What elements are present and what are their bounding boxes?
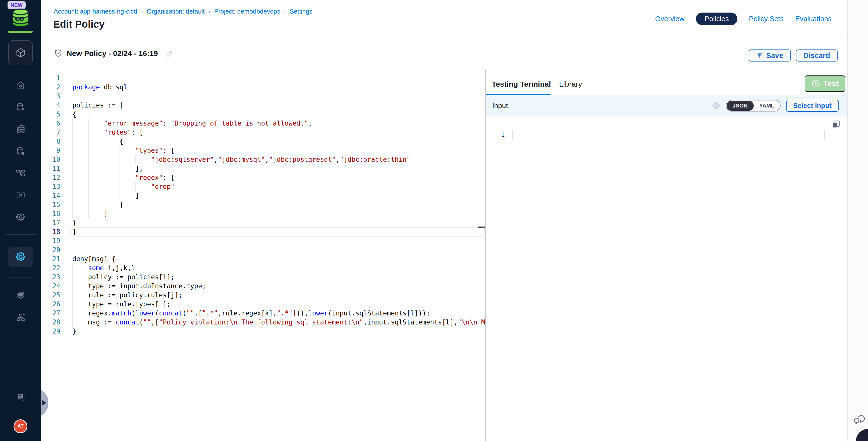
code-line[interactable]: 10 "jdbc:sqlserver","jdbc:mysql","jdbc:p… — [41, 155, 485, 164]
code-line[interactable]: 23 policy := policies[i]; — [41, 273, 485, 282]
code-line[interactable]: 15 } — [41, 200, 485, 209]
code-line[interactable]: 17} — [41, 218, 485, 227]
code-line[interactable]: 16 ] — [41, 209, 485, 218]
format-toggle[interactable]: JSON YAML — [726, 100, 781, 112]
overview-ruler-cursor-mark — [478, 226, 485, 228]
sidebar-item-db-instances[interactable] — [15, 124, 26, 135]
sidebar-item-module-selector[interactable] — [8, 40, 33, 65]
sidebar-item-home[interactable] — [15, 80, 26, 91]
code-line[interactable]: 8 { — [41, 137, 485, 146]
line-number: 12 — [41, 173, 60, 182]
save-button[interactable]: Save — [749, 50, 791, 62]
sidebar-item-db-schemas[interactable] — [15, 146, 26, 156]
line-number: 16 — [41, 209, 60, 218]
harness-db-devops-logo-icon[interactable] — [12, 8, 29, 27]
chat-bubbles-icon[interactable] — [852, 412, 865, 425]
gear-icon — [15, 212, 26, 222]
code-line[interactable]: 1 — [41, 73, 485, 83]
user-avatar[interactable]: AT — [13, 419, 27, 433]
sidebar-divider — [5, 277, 36, 278]
sidebar-item-settings[interactable] — [15, 212, 26, 222]
breadcrumb-account[interactable]: Account: app-harness-ng-cicd — [54, 8, 137, 15]
code-line[interactable]: 24 type := input.dbInstance.type; — [41, 282, 485, 290]
sidebar-item-default-settings[interactable] — [15, 290, 26, 301]
code-line[interactable]: 25 rule := policy.rules[j]; — [41, 290, 485, 300]
layers-gear-icon — [15, 290, 26, 301]
line-number: 22 — [41, 263, 60, 273]
tab-overview[interactable]: Overview — [655, 15, 685, 23]
code-line[interactable]: 6 "error_message": "Dropping of table is… — [41, 119, 485, 128]
tab-policy-sets[interactable]: Policy Sets — [749, 15, 784, 23]
code-line[interactable]: 3 — [41, 92, 485, 101]
text-cursor — [76, 228, 78, 235]
code-line[interactable]: 13 "drop" — [41, 182, 485, 191]
tab-library[interactable]: Library — [559, 80, 582, 88]
editor-workspace: 12package db_sql34policies := [5{6 "erro… — [41, 70, 847, 441]
input-toolbar: Input JSON YAML Select Input — [486, 95, 847, 117]
code-line[interactable]: 5{ — [41, 110, 485, 119]
line-number: 23 — [41, 273, 60, 282]
code-line[interactable]: 20 — [41, 245, 485, 254]
line-number: 6 — [41, 119, 60, 128]
line-number: 1 — [41, 73, 60, 83]
policy-nav-tabs: Overview Policies Policy Sets Evaluation… — [655, 12, 832, 25]
play-circle-icon — [811, 79, 820, 88]
code-line[interactable]: 28 msg := concat("",["Policy violation:\… — [41, 318, 485, 327]
line-number: 28 — [41, 318, 60, 327]
page-title: Edit Policy — [53, 19, 105, 30]
code-line[interactable]: 18] — [41, 227, 485, 236]
page-header: Account: app-harness-ng-cicd › Organizat… — [41, 0, 847, 36]
sidebar-item-pipelines[interactable] — [15, 168, 26, 178]
line-number: 21 — [41, 254, 60, 263]
expression-diamond-icon[interactable] — [711, 101, 721, 111]
tab-testing-terminal[interactable]: Testing Terminal — [492, 80, 551, 88]
database-dots-icon — [15, 146, 26, 156]
input-editor[interactable]: 1 — [486, 117, 847, 441]
executions-play-icon — [15, 190, 26, 200]
breadcrumb-settings[interactable]: Settings — [290, 8, 312, 15]
tab-policies[interactable]: Policies — [696, 12, 737, 25]
main-content: Account: app-harness-ng-cicd › Organizat… — [41, 0, 848, 441]
test-button[interactable]: Test — [805, 75, 845, 92]
format-option-yaml[interactable]: YAML — [754, 102, 780, 109]
edit-pencil-icon[interactable] — [165, 50, 174, 58]
testing-panel: Testing Terminal Library Test Input — [486, 70, 847, 441]
breadcrumb-organization[interactable]: Organization: default — [147, 8, 205, 15]
sidebar-item-executions[interactable] — [15, 190, 26, 200]
input-label: Input — [492, 102, 508, 110]
line-number: 11 — [41, 164, 60, 173]
copy-icon[interactable] — [831, 120, 841, 129]
code-line[interactable]: 11 ], — [41, 164, 485, 173]
shield-check-icon — [54, 49, 63, 58]
breadcrumb-project[interactable]: Project: demodbdevops — [214, 8, 280, 15]
select-input-button[interactable]: Select Input — [786, 100, 839, 112]
svg-text:?: ? — [19, 394, 21, 398]
home-icon — [15, 80, 26, 91]
code-line[interactable]: 4policies := [ — [41, 101, 485, 110]
code-line[interactable]: 9 "types": [ — [41, 146, 485, 155]
input-current-line[interactable] — [512, 130, 825, 140]
line-number: 8 — [41, 137, 60, 146]
line-number: 27 — [41, 309, 60, 318]
tab-evaluations[interactable]: Evaluations — [795, 15, 832, 23]
breadcrumb-separator: › — [209, 8, 211, 15]
code-line[interactable]: 29} — [41, 327, 485, 336]
settings-gear-icon — [15, 251, 26, 263]
discard-button[interactable]: Discard — [796, 50, 838, 62]
code-line[interactable]: 21deny[msg] { — [41, 254, 485, 263]
code-line[interactable]: 12 "regex": [ — [41, 173, 485, 182]
code-line[interactable]: 27 regex.match(lower(concat("",[".*",rul… — [41, 309, 485, 318]
sidebar-item-org-settings[interactable] — [15, 312, 26, 323]
code-line[interactable]: 7 "rules": [ — [41, 128, 485, 137]
code-line[interactable]: 26 type = rule.types[_]; — [41, 300, 485, 309]
policy-code-editor[interactable]: 12package db_sql34policies := [5{6 "erro… — [41, 70, 485, 441]
sidebar-item-help[interactable]: ? — [15, 392, 26, 403]
code-line[interactable]: 2package db_sql — [41, 83, 485, 92]
format-option-json[interactable]: JSON — [726, 101, 754, 111]
sidebar-item-db-settings[interactable] — [15, 102, 26, 113]
code-line[interactable]: 14 ] — [41, 191, 485, 200]
sidebar-item-project-settings-selected[interactable] — [8, 247, 33, 267]
code-line[interactable]: 19 — [41, 236, 485, 245]
cube-module-icon — [15, 47, 26, 59]
code-line[interactable]: 22 some i,j,k,l — [41, 263, 485, 273]
